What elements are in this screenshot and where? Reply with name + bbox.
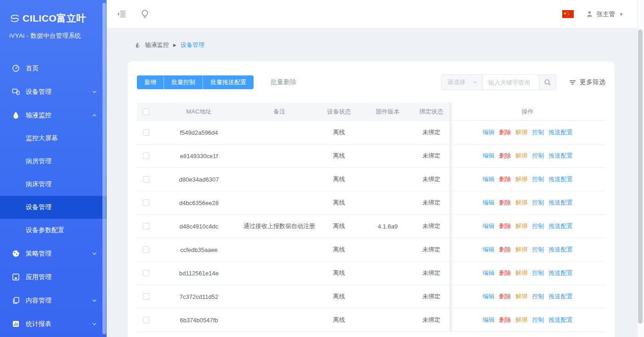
row-checkbox[interactable] (143, 153, 149, 159)
unbind-link[interactable]: 解绑 (516, 292, 528, 301)
row-checkbox[interactable] (143, 223, 149, 229)
control-link[interactable]: 控制 (532, 246, 544, 254)
breadcrumb-current[interactable]: 设备管理 (181, 41, 204, 49)
delete-link[interactable]: 删除 (499, 128, 511, 137)
control-link[interactable]: 控制 (532, 292, 544, 301)
actions-cell: 编辑删除解绑控制推送配置 (449, 308, 605, 332)
binding-cell: 未绑定 (413, 285, 449, 308)
delete-link[interactable]: 删除 (499, 246, 511, 254)
row-checkbox[interactable] (143, 176, 149, 183)
batch-push-config-button[interactable]: 批量推送配置 (203, 75, 254, 89)
delete-link[interactable]: 删除 (499, 199, 511, 207)
row-checkbox[interactable] (143, 200, 149, 206)
sidebar-item-content-management[interactable]: 内容管理 (0, 289, 107, 312)
keyword-search-input[interactable] (483, 75, 539, 90)
user-name[interactable]: 张主管 (597, 10, 616, 18)
unbind-link[interactable]: 解绑 (516, 269, 528, 277)
row-checkbox[interactable] (143, 317, 149, 323)
edit-link[interactable]: 编辑 (483, 199, 495, 207)
mac-cell: d48c4910c4dc (155, 215, 243, 238)
delete-link[interactable]: 删除 (499, 175, 511, 183)
filter-select[interactable]: 请选择 (441, 75, 483, 90)
push-config-link[interactable]: 推送配置 (549, 199, 573, 207)
sidebar-scrollbar[interactable] (102, 3, 106, 334)
binding-cell: 未绑定 (413, 262, 449, 285)
push-config-link[interactable]: 推送配置 (549, 128, 573, 137)
push-config-link[interactable]: 推送配置 (549, 316, 573, 324)
row-checkbox[interactable] (143, 129, 149, 136)
sidebar-item-infusion-monitor[interactable]: 输液监控 (0, 103, 107, 127)
edit-link[interactable]: 编辑 (483, 128, 495, 137)
row-checkbox[interactable] (143, 246, 149, 253)
batch-control-button[interactable]: 批量控制 (164, 75, 203, 89)
push-config-link[interactable]: 推送配置 (549, 246, 573, 254)
push-config-link[interactable]: 推送配置 (549, 152, 573, 160)
edit-link[interactable]: 编辑 (483, 269, 495, 277)
edit-link[interactable]: 编辑 (483, 246, 495, 254)
unbind-link[interactable]: 解绑 (516, 246, 528, 254)
firmware-cell (362, 308, 413, 332)
row-checkbox[interactable] (143, 293, 149, 300)
sidebar-item-label: 策略管理 (26, 250, 91, 258)
sidebar-menu: 首页设备管理输液监控监控大屏幕病房管理病床管理设备管理设备参数配置策略管理应用管… (0, 57, 107, 336)
breadcrumb-section: 输液监控 (145, 41, 169, 49)
sidebar-subitem-monitor-big-screen[interactable]: 监控大屏幕 (0, 127, 107, 150)
sidebar-subitem-device-param-config[interactable]: 设备参数配置 (0, 219, 107, 242)
actions-cell: 编辑删除解绑控制推送配置 (449, 262, 605, 285)
sidebar-item-app-management[interactable]: 应用管理 (0, 265, 107, 289)
edit-link[interactable]: 编辑 (483, 152, 495, 160)
control-link[interactable]: 控制 (532, 199, 544, 207)
delete-link[interactable]: 删除 (499, 316, 511, 324)
delete-link[interactable]: 删除 (499, 222, 511, 230)
delete-link[interactable]: 删除 (499, 269, 511, 277)
unbind-link[interactable]: 解绑 (516, 152, 528, 160)
user-menu-caret-icon[interactable]: ▼ (619, 11, 624, 17)
delete-link[interactable]: 删除 (499, 292, 511, 301)
status-cell: 离线 (316, 144, 362, 168)
sidebar-item-home[interactable]: 首页 (0, 57, 107, 80)
filter-icon (569, 79, 576, 86)
edit-link[interactable]: 编辑 (483, 316, 495, 324)
page-scrollbar-thumb[interactable] (638, 29, 643, 324)
sidebar-item-strategy-management[interactable]: 策略管理 (0, 242, 107, 265)
sidebar-subitem-ward-management[interactable]: 病房管理 (0, 150, 107, 173)
sidebar-subitem-device-management-sub[interactable]: 设备管理 (0, 196, 107, 219)
page-scrollbar[interactable] (637, 0, 644, 337)
control-link[interactable]: 控制 (532, 128, 544, 137)
row-checkbox[interactable] (143, 270, 149, 276)
batch-delete-button[interactable]: 批量删除 (271, 78, 296, 86)
delete-link[interactable]: 删除 (499, 152, 511, 160)
china-flag-icon[interactable]: ★ ★ ★ ★ ★ (562, 10, 574, 18)
control-link[interactable]: 控制 (532, 152, 544, 160)
search-button[interactable] (539, 75, 556, 90)
unbind-link[interactable]: 解绑 (516, 199, 528, 207)
sidebar-item-statistics-report[interactable]: 统计报表 (0, 312, 107, 336)
control-link[interactable]: 控制 (532, 269, 544, 277)
push-config-link[interactable]: 推送配置 (549, 175, 573, 183)
more-filter-button[interactable]: 更多筛选 (569, 78, 605, 86)
push-config-link[interactable]: 推送配置 (549, 222, 573, 230)
chevron-down-icon (472, 80, 478, 85)
chevron-down-icon (91, 321, 97, 327)
sidebar-subitem-label: 设备参数配置 (26, 226, 64, 234)
add-button[interactable]: 新增 (137, 75, 164, 89)
edit-link[interactable]: 编辑 (483, 175, 495, 183)
push-config-link[interactable]: 推送配置 (549, 292, 573, 301)
control-link[interactable]: 控制 (532, 222, 544, 230)
lightbulb-icon[interactable] (140, 9, 150, 19)
edit-link[interactable]: 编辑 (483, 292, 495, 301)
unbind-link[interactable]: 解绑 (516, 128, 528, 137)
unbind-link[interactable]: 解绑 (516, 222, 528, 230)
push-config-link[interactable]: 推送配置 (549, 269, 573, 277)
mac-cell: 7c372cd11d52 (155, 285, 243, 308)
control-link[interactable]: 控制 (532, 175, 544, 183)
select-all-checkbox[interactable] (143, 109, 149, 115)
control-link[interactable]: 控制 (532, 316, 544, 324)
edit-link[interactable]: 编辑 (483, 222, 495, 230)
unbind-link[interactable]: 解绑 (516, 175, 528, 183)
sidebar-subitem-bed-management[interactable]: 病床管理 (0, 173, 107, 196)
drop-icon (12, 111, 20, 119)
unbind-link[interactable]: 解绑 (516, 316, 528, 324)
sidebar-item-device-management[interactable]: 设备管理 (0, 80, 107, 103)
collapse-menu-icon[interactable] (117, 9, 126, 19)
